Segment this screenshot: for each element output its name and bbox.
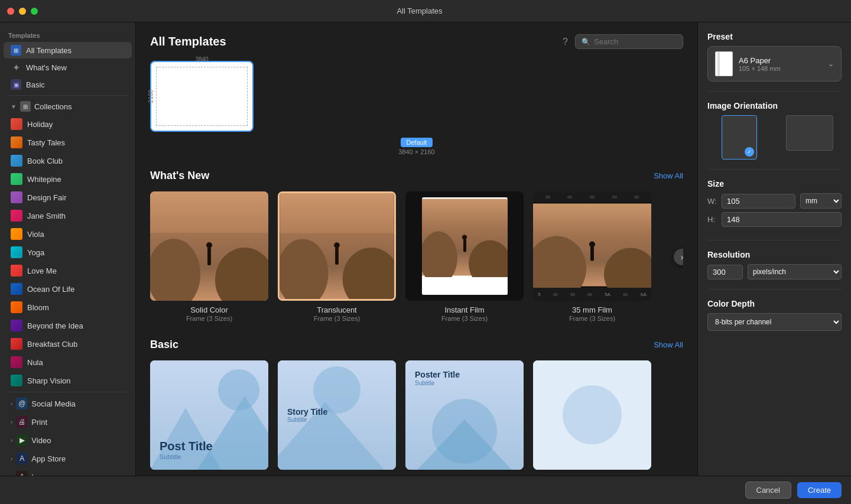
sidebar-item-holiday[interactable]: Holiday (4, 115, 132, 133)
ocean-of-life-label: Ocean Of Life (27, 285, 74, 294)
color-depth-select[interactable]: 8-bits per channel 16-bits per channel 3… (707, 313, 842, 331)
basic-card-story[interactable]: Story Title Subtitle (278, 360, 396, 470)
social-media-icon: @ (16, 398, 28, 409)
template-card-instant-film[interactable]: Instant Film Frame (3 Sizes) (405, 191, 524, 322)
svg-point-21 (589, 242, 595, 248)
collections-header[interactable]: ▼ ⊞ Collections (4, 98, 132, 115)
topbar: All Templates ? 🔍 (150, 34, 683, 49)
sidebar-item-yoga[interactable]: Yoga (4, 243, 132, 261)
poster-sub: Subtitle (415, 380, 460, 386)
sidebar-item-app-store[interactable]: › A App Store (4, 450, 132, 467)
beyond-the-idea-icon (11, 320, 22, 331)
unit-select[interactable]: mm px in cm (800, 193, 842, 209)
main-content: All Templates ? 🔍 3840 2160 Defau (136, 22, 697, 476)
sidebar-item-breakfast-club[interactable]: Breakfast Club (4, 335, 132, 353)
social-media-label: Social Media (31, 399, 75, 408)
basic-card-plain[interactable] (533, 360, 651, 470)
post-sub: Subtitle (160, 453, 213, 460)
beyond-the-idea-label: Beyond the Idea (27, 321, 83, 330)
template-card-translucent[interactable]: Translucent Frame (3 Sizes) (278, 191, 396, 322)
sidebar-item-bloom[interactable]: Bloom (4, 298, 132, 316)
window-title: All Templates (0, 6, 844, 15)
help-icon[interactable]: ? (563, 37, 568, 47)
video-label: Video (31, 436, 51, 445)
svg-rect-5 (150, 191, 268, 233)
default-template-label: Default 3840 × 2160 (150, 136, 683, 155)
book-club-label: Book Club (27, 157, 63, 165)
sidebar-item-nula[interactable]: Nula (4, 353, 132, 371)
sidebar-item-print[interactable]: › 🖨 Print (4, 413, 132, 431)
instant-film-svg (422, 197, 508, 277)
default-template-section: 3840 2160 Default 3840 × 2160 (150, 61, 683, 155)
sidebar-item-love-me[interactable]: Love Me (4, 262, 132, 279)
35mm-top-strip (533, 191, 651, 202)
sidebar-item-design-fair[interactable]: Design Fair (4, 188, 132, 206)
instant-film-footer (422, 277, 508, 295)
height-label: H: (707, 215, 717, 224)
svg-rect-9 (335, 248, 339, 265)
template-card-solid-color[interactable]: Solid Color Frame (3 Sizes) (150, 191, 268, 322)
basic-show-all[interactable]: Show All (654, 340, 683, 349)
sidebar-item-sharp-vision[interactable]: Sharp Vision (4, 372, 132, 389)
svg-rect-3 (207, 248, 211, 265)
preset-chevron-icon: ⌄ (828, 60, 834, 68)
panel-divider1 (707, 91, 842, 92)
sidebar-item-whitepine[interactable]: Whitepine (4, 170, 132, 188)
basic-title: Basic (150, 339, 178, 351)
sidebar-item-viola[interactable]: Viola (4, 225, 132, 243)
color-depth-label: Color Depth (707, 299, 842, 308)
panel-divider4 (707, 289, 842, 290)
cancel-button[interactable]: Cancel (745, 482, 791, 499)
orient-portrait[interactable]: ✓ (707, 115, 771, 160)
preset-dropdown[interactable]: A6 Paper 105 × 148 mm ⌄ (707, 46, 842, 82)
default-template-inner: 3840 2160 (156, 67, 248, 126)
orient-landscape[interactable] (778, 115, 842, 160)
search-icon: 🔍 (582, 38, 590, 46)
preset-info: A6 Paper 105 × 148 mm (739, 56, 822, 72)
carousel-next-arrow[interactable]: › (674, 249, 683, 265)
resolution-input[interactable] (707, 265, 743, 279)
whats-new-show-all[interactable]: Show All (654, 171, 683, 180)
sidebar-item-tasty-tales[interactable]: Tasty Tales (4, 134, 132, 151)
app-store-label: App Store (31, 454, 66, 463)
sidebar-item-ocean-of-life[interactable]: Ocean Of Life (4, 280, 132, 298)
love-me-label: Love Me (27, 266, 57, 275)
basic-poster-thumb: Poster Title Subtitle (405, 360, 524, 470)
divider (7, 95, 128, 96)
preset-paper-icon (715, 51, 733, 76)
basic-grid: Post Title Subtitle (150, 360, 683, 470)
svg-point-25 (218, 369, 259, 411)
default-template-preview[interactable]: 3840 2160 (150, 61, 254, 132)
sidebar-item-logo[interactable]: › A Logo (4, 468, 132, 476)
film-hole (623, 293, 628, 296)
basic-card-post[interactable]: Post Title Subtitle (150, 360, 268, 470)
create-button[interactable]: Create (797, 482, 842, 498)
sidebar-item-book-club[interactable]: Book Club (4, 152, 132, 170)
resolution-unit-select[interactable]: pixels/inch pixels/cm (748, 264, 842, 279)
sidebar-item-jane-smith[interactable]: Jane Smith (4, 207, 132, 225)
sidebar-item-beyond-the-idea[interactable]: Beyond the Idea (4, 317, 132, 334)
page-title: All Templates (150, 35, 226, 48)
sidebar-item-whats-new[interactable]: ✦ What's New (4, 59, 132, 76)
sidebar-item-whats-new-label: What's New (26, 63, 67, 72)
width-input[interactable] (722, 194, 795, 209)
ocean-of-life-icon (11, 283, 22, 295)
height-input[interactable] (722, 212, 842, 227)
film-num1: 5 (538, 292, 540, 297)
sidebar-item-social-media[interactable]: › @ Social Media (4, 395, 132, 412)
basic-card-poster[interactable]: Poster Title Subtitle (405, 360, 524, 470)
sidebar-item-basic[interactable]: ▣ Basic (4, 76, 132, 93)
basic-plain-thumb (533, 360, 651, 470)
sidebar-item-video[interactable]: › ▶ Video (4, 431, 132, 449)
sidebar-item-all-templates[interactable]: ⊞ All Templates (4, 42, 132, 58)
search-box: 🔍 (575, 34, 683, 49)
app-store-chevron-icon: › (11, 456, 12, 462)
tasty-tales-icon (11, 136, 22, 148)
width-label: W: (707, 197, 717, 206)
landscape-box (786, 115, 833, 151)
search-input[interactable] (594, 37, 677, 46)
preset-dims: 105 × 148 mm (739, 65, 822, 72)
template-card-35mm[interactable]: 5 5A SA 35 mm Film Frame (3 Sizes) (533, 191, 651, 322)
basic-section: Basic Show All (150, 339, 683, 470)
collections-label: Collections (34, 102, 72, 111)
